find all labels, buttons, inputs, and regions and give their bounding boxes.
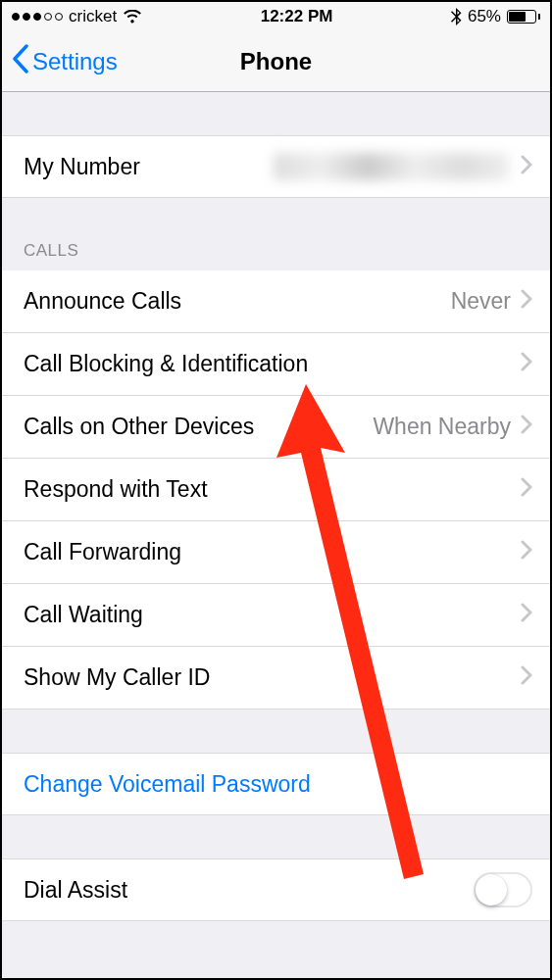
status-left: cricket: [12, 7, 142, 26]
row-change-voicemail-password[interactable]: Change Voicemail Password: [2, 753, 550, 815]
clock: 12:22 PM: [261, 7, 333, 26]
group-calls: CALLS Announce Calls Never Call Blocking…: [2, 233, 550, 710]
chevron-right-icon: [521, 476, 532, 503]
row-my-number[interactable]: My Number: [2, 135, 550, 198]
bluetooth-icon: [451, 8, 462, 25]
chevron-right-icon: [521, 154, 532, 180]
row-show-caller-id[interactable]: Show My Caller ID: [2, 647, 550, 710]
cell-label: Call Blocking & Identification: [24, 351, 521, 377]
row-call-blocking-identification[interactable]: Call Blocking & Identification: [2, 333, 550, 396]
group-voicemail: Change Voicemail Password: [2, 753, 550, 815]
chevron-right-icon: [521, 664, 532, 691]
chevron-left-icon: [12, 44, 28, 79]
cell-label: Respond with Text: [24, 476, 521, 503]
cell-label: Change Voicemail Password: [24, 771, 532, 798]
cell-value: Never: [451, 288, 511, 315]
status-bar: cricket 12:22 PM 65%: [2, 2, 550, 31]
signal-strength-icon: [12, 13, 63, 21]
row-respond-with-text[interactable]: Respond with Text: [2, 459, 550, 521]
row-announce-calls[interactable]: Announce Calls Never: [2, 270, 550, 333]
cell-value: When Nearby: [373, 414, 511, 440]
phone-settings-screen: cricket 12:22 PM 65% Settings Phone: [0, 0, 552, 980]
cell-label: Announce Calls: [24, 288, 451, 315]
row-calls-other-devices[interactable]: Calls on Other Devices When Nearby: [2, 396, 550, 459]
nav-bar: Settings Phone: [2, 31, 550, 92]
cell-label: Call Forwarding: [24, 539, 521, 565]
battery-percent: 65%: [468, 7, 501, 26]
group-my-number: My Number: [2, 135, 550, 198]
group-dial-assist: Dial Assist: [2, 858, 550, 921]
dial-assist-toggle[interactable]: [474, 872, 532, 907]
back-button[interactable]: Settings: [12, 44, 118, 79]
back-label: Settings: [32, 48, 118, 75]
chevron-right-icon: [521, 288, 532, 315]
chevron-right-icon: [521, 539, 532, 565]
row-call-forwarding[interactable]: Call Forwarding: [2, 521, 550, 584]
status-right: 65%: [451, 7, 540, 26]
cell-label: Show My Caller ID: [24, 664, 521, 691]
toggle-knob: [476, 874, 507, 906]
redacted-phone-number: [274, 153, 509, 180]
chevron-right-icon: [521, 414, 532, 440]
carrier-label: cricket: [69, 7, 117, 26]
cell-label: Call Waiting: [24, 602, 521, 628]
chevron-right-icon: [521, 351, 532, 377]
cell-label: Dial Assist: [24, 877, 474, 904]
row-call-waiting[interactable]: Call Waiting: [2, 584, 550, 647]
row-dial-assist[interactable]: Dial Assist: [2, 858, 550, 921]
battery-icon: [507, 10, 540, 24]
cell-label: Calls on Other Devices: [24, 414, 373, 440]
chevron-right-icon: [521, 602, 532, 628]
cell-label: My Number: [24, 154, 274, 180]
wifi-icon: [123, 10, 142, 24]
group-header-calls: CALLS: [2, 233, 550, 270]
